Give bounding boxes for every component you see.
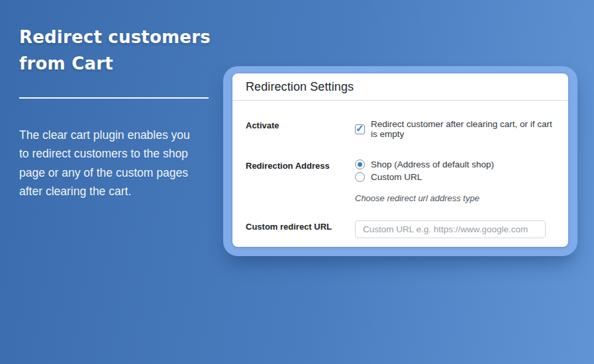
activate-checkbox[interactable] [355,124,365,134]
redirection-address-row: Redirection Address Shop (Address of def… [246,159,555,185]
redirection-address-value: Shop (Address of default shop) Custom UR… [355,159,555,185]
custom-redirect-url-label: Custom redirect URL [246,220,355,232]
activate-row: Activate Redirect customer after clearin… [246,119,555,139]
radio-option-custom-url[interactable]: Custom URL [355,172,555,182]
custom-url-radio-label[interactable]: Custom URL [371,172,422,182]
custom-redirect-url-value [355,220,555,238]
redirection-settings-panel: Redirection Settings Activate Redirect c… [223,66,577,256]
settings-title: Redirection Settings [246,80,354,93]
settings-card-header: Redirection Settings [232,73,568,101]
page-title-line1: Redirect customers [19,24,215,50]
activate-value: Redirect customer after clearing cart, o… [355,119,555,139]
settings-card-body: Activate Redirect customer after clearin… [232,119,568,238]
custom-url-radio[interactable] [355,172,365,182]
redirect-type-hint: Choose redirect url address type [355,193,555,203]
settings-card: Redirection Settings Activate Redirect c… [232,73,568,247]
page-title: Redirect customers from Cart [19,24,215,77]
redirection-address-label: Redirection Address [246,159,355,171]
hero-description: The clear cart plugin enables you to red… [19,126,197,201]
page-title-line2: from Cart [19,50,215,77]
custom-redirect-url-input[interactable] [355,220,546,238]
hero-section: Redirect customers from Cart The clear c… [19,24,215,201]
shop-radio-label[interactable]: Shop (Address of default shop) [371,159,494,169]
activate-label: Activate [246,119,355,130]
radio-option-shop[interactable]: Shop (Address of default shop) [355,159,555,169]
hero-divider [19,97,209,99]
shop-radio[interactable] [355,159,365,169]
custom-redirect-url-row: Custom redirect URL [246,220,555,238]
activate-checkbox-label[interactable]: Redirect customer after clearing cart, o… [371,119,555,139]
activate-checkbox-line[interactable]: Redirect customer after clearing cart, o… [355,119,555,139]
